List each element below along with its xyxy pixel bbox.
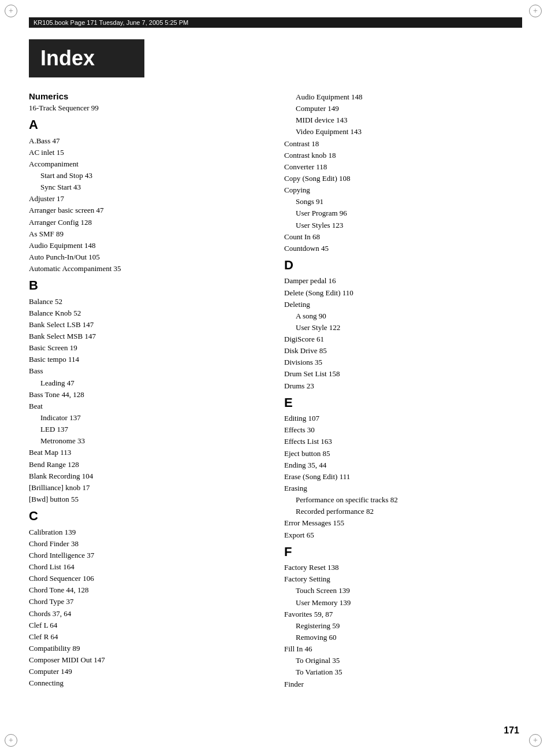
list-item: Chord Tone 44, 128: [29, 584, 267, 596]
list-item: [Bwd] button 55: [29, 494, 267, 505]
list-item: Bass Tone 44, 128: [29, 389, 267, 401]
list-item: Factory Setting: [284, 573, 522, 585]
list-item: Removing 60: [284, 632, 522, 643]
list-item: Adjuster 17: [29, 193, 267, 205]
list-item: A.Bass 47: [29, 135, 267, 147]
list-item: Effects List 163: [284, 436, 522, 447]
list-item: Divisions 35: [284, 357, 522, 368]
list-item: Export 65: [284, 529, 522, 541]
list-item: Contrast knob 18: [284, 150, 522, 161]
list-item: Finder: [284, 679, 522, 690]
section-e: E: [284, 395, 522, 410]
list-item: Bank Select LSB 147: [29, 319, 267, 331]
list-item: Songs 91: [284, 196, 522, 207]
list-item: Recorded performance 82: [284, 506, 522, 517]
list-item: Disk Drive 85: [284, 345, 522, 357]
list-item: Accompaniment: [29, 158, 267, 170]
list-item: To Original 35: [284, 655, 522, 666]
list-item: Metronome 33: [29, 435, 267, 447]
section-c: C: [29, 509, 267, 524]
list-item: A song 90: [284, 310, 522, 322]
left-column: Numerics 16-Track Sequencer 99 A A.Bass …: [29, 91, 267, 690]
list-item: Beat Map 113: [29, 447, 267, 458]
list-item: Compatibility 89: [29, 643, 267, 654]
list-item: Leading 47: [29, 377, 267, 389]
list-item: Chord Type 37: [29, 596, 267, 607]
list-item: Performance on specific tracks 82: [284, 494, 522, 506]
list-item: Contrast 18: [284, 138, 522, 150]
list-item: Beat: [29, 401, 267, 412]
corner-mark-bl: [5, 734, 22, 751]
list-item: Copying: [284, 184, 522, 196]
list-item: Drum Set List 158: [284, 368, 522, 380]
list-item: MIDI device 143: [284, 114, 522, 126]
corner-mark-br: [529, 734, 546, 751]
list-item: Clef R 64: [29, 631, 267, 643]
corner-mark-tr: [529, 5, 546, 22]
list-item: Indicator 137: [29, 412, 267, 424]
section-f: F: [284, 544, 522, 559]
list-item: Erasing: [284, 483, 522, 494]
list-item: Balance 52: [29, 296, 267, 307]
list-item: Bend Range 128: [29, 459, 267, 470]
list-item: Copy (Song Edit) 108: [284, 173, 522, 184]
list-item: Countdown 45: [284, 243, 522, 254]
list-item: Video Equipment 143: [284, 126, 522, 138]
page-number: 171: [504, 725, 519, 736]
list-item: Automatic Accompaniment 35: [29, 263, 267, 275]
list-item: Touch Screen 139: [284, 585, 522, 596]
list-item: Computer 149: [29, 666, 267, 677]
list-item: Count In 68: [284, 231, 522, 243]
list-item: Chord Intelligence 37: [29, 550, 267, 561]
list-item: Auto Punch-In/Out 105: [29, 251, 267, 263]
list-item: Computer 149: [284, 103, 522, 114]
list-item: Fill In 46: [284, 643, 522, 655]
list-item: Start and Stop 43: [29, 170, 267, 181]
list-item: [Brilliance] knob 17: [29, 482, 267, 494]
list-item: Balance Knob 52: [29, 307, 267, 319]
blank-recording-entry: Blank Recording 104: [29, 470, 267, 482]
section-b: B: [29, 278, 267, 293]
list-item: Favorites 59, 87: [284, 609, 522, 620]
list-item: Bank Select MSB 147: [29, 331, 267, 342]
list-item: Bass: [29, 365, 267, 377]
list-item: Drums 23: [284, 380, 522, 392]
list-item: As SMF 89: [29, 228, 267, 240]
list-item: Converter 118: [284, 161, 522, 173]
list-item: Chord Finder 38: [29, 538, 267, 550]
list-item: Chord List 164: [29, 561, 267, 573]
list-item: Chords 37, 64: [29, 608, 267, 620]
list-item: Audio Equipment 148: [284, 91, 522, 103]
list-item: Registering 59: [284, 620, 522, 632]
list-item: LED 137: [29, 424, 267, 435]
list-item: User Styles 123: [284, 220, 522, 231]
list-item: Audio Equipment 148: [29, 240, 267, 251]
list-item: Ending 35, 44: [284, 459, 522, 471]
list-item: Basic Screen 19: [29, 342, 267, 354]
content-columns: Numerics 16-Track Sequencer 99 A A.Bass …: [29, 91, 522, 690]
list-item: Calibration 139: [29, 527, 267, 538]
list-item: Sync Start 43: [29, 181, 267, 193]
list-item: Deleting: [284, 299, 522, 310]
list-item: 16-Track Sequencer 99: [29, 102, 267, 114]
list-item: Arranger Config 128: [29, 217, 267, 228]
right-column: Audio Equipment 148 Computer 149 MIDI de…: [284, 91, 522, 690]
list-item: Factory Reset 138: [284, 562, 522, 573]
section-d: D: [284, 258, 522, 273]
list-item: Erase (Song Edit) 111: [284, 471, 522, 483]
page-container: KR105.book Page 171 Tuesday, June 7, 200…: [0, 0, 551, 756]
corner-mark-tl: [5, 5, 22, 22]
list-item: Delete (Song Edit) 110: [284, 287, 522, 299]
list-item: User Style 122: [284, 322, 522, 333]
list-item: User Program 96: [284, 207, 522, 219]
list-item: Effects 30: [284, 424, 522, 436]
header-bar: KR105.book Page 171 Tuesday, June 7, 200…: [29, 17, 522, 28]
list-item: DigiScore 61: [284, 333, 522, 345]
list-item: Clef L 64: [29, 620, 267, 631]
list-item: To Variation 35: [284, 666, 522, 678]
list-item: AC inlet 15: [29, 147, 267, 158]
list-item: Composer MIDI Out 147: [29, 654, 267, 666]
list-item: User Memory 139: [284, 597, 522, 609]
section-numerics: Numerics: [29, 91, 267, 101]
list-item: Error Messages 155: [284, 517, 522, 529]
